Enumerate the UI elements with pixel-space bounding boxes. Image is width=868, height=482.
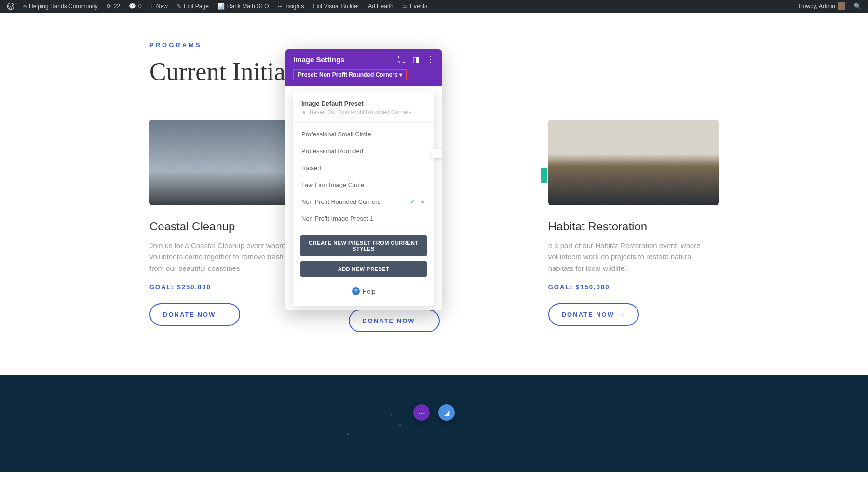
howdy-label: Howdy, Admin [799, 3, 835, 10]
image-settings-modal: Image Settings ⛶ ◨ ⋮ Preset: Non Profit … [285, 49, 442, 310]
modal-title: Image Settings [293, 55, 345, 64]
fab-stats[interactable]: ◢ [438, 404, 455, 421]
teal-marker [541, 168, 547, 183]
insights-label: Insights [284, 3, 304, 10]
dd-item[interactable]: Professional Small Circle [293, 126, 434, 143]
bars-icon: ▪▪ [278, 3, 282, 10]
modal-header: Image Settings ⛶ ◨ ⋮ Preset: Non Profit … [285, 49, 442, 86]
donate-button[interactable]: DONATE NOW→ [548, 303, 639, 326]
dd-item-active[interactable]: Non Profit Rounded Corners✔★ [293, 193, 434, 210]
new-label: New [156, 3, 168, 10]
search-icon: 🔍 [854, 3, 861, 10]
dd-item-label: Non Profit Rounded Corners [301, 198, 380, 205]
divider [293, 230, 434, 230]
howdy-user[interactable]: Howdy, Admin [795, 2, 849, 10]
kebab-side-icon[interactable]: ⋮ [440, 170, 442, 177]
dd-item-label: Non Profit Image Preset 1 [301, 215, 374, 222]
preset-selector[interactable]: Preset: Non Profit Rounded Corners ▾ [293, 69, 407, 80]
columns-icon[interactable]: ◨ [412, 55, 420, 64]
dd-item-label: Professional Small Circle [301, 131, 371, 138]
wp-admin-bar: ⌾Helping Hands Community ⟳22 💬0 +New ✎Ed… [0, 0, 868, 13]
dd-based-on: Based On: Non Profit Rounded Corners [310, 109, 411, 116]
updates-icon: ⟳ [107, 3, 111, 10]
rank-math[interactable]: 📊Rank Math SEO [214, 3, 273, 10]
comments[interactable]: 💬0 [125, 3, 146, 10]
footer: ⋯ ◢ [0, 375, 868, 472]
help-link[interactable]: ?Help [293, 281, 434, 301]
arrow-icon: → [618, 311, 625, 318]
dd-item[interactable]: Raised [293, 160, 434, 176]
stats-icon: ◢ [444, 408, 449, 417]
dd-item[interactable]: Non Profit Image Preset 1 [293, 210, 434, 227]
comments-count: 0 [138, 3, 142, 10]
card-image [548, 120, 719, 205]
exit-visual-builder[interactable]: Exit Visual Builder [309, 3, 363, 10]
donate-label: DONATE NOW [562, 311, 614, 318]
home-icon: ⌾ [23, 3, 27, 10]
events-label: Events [410, 3, 428, 10]
donate-button[interactable]: DONATE NOW→ [149, 303, 240, 326]
kebab-icon[interactable]: ⋮ [426, 55, 434, 64]
donate-label: DONATE NOW [163, 311, 216, 318]
fab-more[interactable]: ⋯ [413, 404, 430, 421]
create-preset-button[interactable]: CREATE NEW PRESET FROM CURRENT STYLES [300, 235, 427, 256]
wordpress-icon [7, 2, 14, 10]
goal: GOAL: $150,000 [548, 283, 719, 291]
exit-vb-label: Exit Visual Builder [312, 3, 359, 10]
fab-row: ⋯ ◢ [413, 404, 455, 421]
dd-default-label: Image Default Preset [301, 100, 426, 107]
calendar-icon: ▭ [402, 3, 407, 10]
card-habitat: Habitat Restoration e a part of our Habi… [548, 120, 719, 332]
dd-item-label: Raised [301, 164, 321, 172]
arrow-icon: → [219, 311, 227, 318]
star-outline-icon[interactable]: ★ [420, 198, 426, 205]
chart-icon: 📊 [217, 3, 225, 10]
add-preset-button[interactable]: ADD NEW PRESET [300, 261, 427, 277]
comment-icon: 💬 [129, 3, 136, 10]
help-label: Help [363, 288, 376, 295]
eyebrow: PROGRAMS [149, 41, 719, 49]
edit-label: Edit Page [184, 3, 209, 10]
edit-page[interactable]: ✎Edit Page [173, 3, 213, 10]
insights[interactable]: ▪▪Insights [274, 3, 308, 10]
plus-icon: + [150, 3, 154, 10]
site-name-label: Helping Hands Community [29, 3, 98, 10]
preset-dropdown: Image Default Preset ★Based On: Non Prof… [293, 91, 434, 306]
expand-icon[interactable]: ⛶ [398, 55, 406, 64]
pencil-icon: ✎ [176, 3, 181, 10]
rankmath-label: Rank Math SEO [227, 3, 269, 10]
card-title: Habitat Restoration [548, 220, 719, 233]
updates[interactable]: ⟳22 [103, 3, 124, 10]
check-icon: ✔ [410, 198, 415, 205]
search-toggle[interactable]: 🔍 [850, 3, 865, 10]
help-icon: ? [352, 287, 360, 295]
donate-button[interactable]: DONATE NOW→ [349, 309, 439, 332]
divider [293, 122, 434, 123]
hover-chip: r [432, 149, 442, 158]
adhealth-label: Ad Health [368, 3, 393, 10]
site-name[interactable]: ⌾Helping Hands Community [19, 3, 102, 10]
avatar [838, 2, 845, 10]
arrow-icon: → [419, 317, 426, 324]
donate-label: DONATE NOW [362, 317, 415, 324]
updates-count: 22 [114, 3, 120, 10]
dd-item[interactable]: Law Firm Image Circle [293, 176, 434, 193]
star-icon: ★ [301, 109, 307, 116]
new-content[interactable]: +New [147, 3, 172, 10]
wp-logo[interactable] [3, 2, 18, 10]
dd-item-label: Law Firm Image Circle [301, 181, 364, 188]
dd-default[interactable]: Image Default Preset ★Based On: Non Prof… [293, 96, 434, 120]
dots-icon: ⋯ [418, 408, 425, 417]
dd-item-label: Professional Rounded [301, 147, 363, 155]
card-desc: e a part of our Habitat Restoration even… [548, 240, 719, 274]
dd-item[interactable]: Professional Rounded [293, 143, 434, 160]
events[interactable]: ▭Events [398, 3, 432, 10]
ad-health[interactable]: Ad Health [364, 3, 397, 10]
